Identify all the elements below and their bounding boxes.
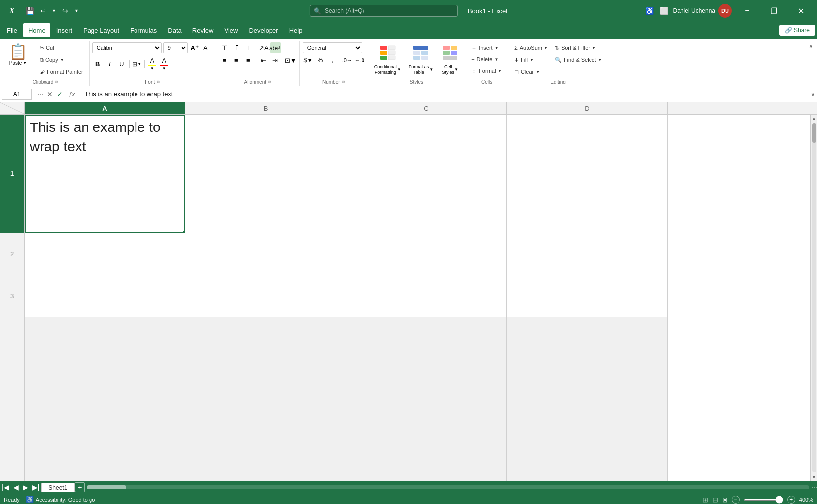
decrease-decimal-button[interactable]: ←.0: [354, 55, 365, 66]
menu-file[interactable]: File: [2, 23, 22, 37]
normal-view-button[interactable]: ⊞: [702, 496, 708, 504]
row-num-2[interactable]: 2: [0, 233, 24, 275]
align-top-button[interactable]: ⊤: [219, 42, 230, 53]
col-header-d[interactable]: D: [507, 102, 668, 114]
paste-button[interactable]: 📋 Paste ▼: [5, 42, 31, 68]
align-bottom-button[interactable]: ⊥: [243, 42, 254, 53]
sheet-nav-last[interactable]: ▶|: [30, 482, 42, 492]
col-header-a[interactable]: A: [25, 102, 185, 114]
cell-resize-handle[interactable]: [183, 231, 185, 233]
delete-cells-button[interactable]: − Delete ▼: [468, 54, 505, 65]
page-layout-view-button[interactable]: ⊟: [712, 496, 718, 504]
increase-font-button[interactable]: A⁺: [189, 42, 200, 53]
sheet-nav-prev[interactable]: ◀: [11, 482, 21, 492]
undo-button[interactable]: ↩: [39, 6, 47, 16]
menu-view[interactable]: View: [219, 23, 243, 37]
align-left-button[interactable]: ≡: [219, 55, 230, 66]
row-num-1[interactable]: 1: [0, 115, 24, 233]
formula-cancel-button[interactable]: ✕: [46, 89, 54, 99]
decrease-font-button[interactable]: A⁻: [202, 42, 213, 53]
menu-review[interactable]: Review: [187, 23, 219, 37]
increase-indent-button[interactable]: ⇥: [270, 55, 281, 66]
cell-d2[interactable]: [507, 233, 667, 275]
insert-function-button[interactable]: ƒx: [66, 89, 78, 99]
restore-button[interactable]: ❐: [763, 3, 785, 19]
highlight-color-button[interactable]: A ▼: [147, 56, 158, 72]
clear-button[interactable]: ◻ Clear ▼: [511, 66, 551, 77]
cut-button[interactable]: ✂ Cut: [37, 42, 86, 53]
align-middle-button[interactable]: ⊥̄: [231, 42, 242, 53]
h-scroll-thumb[interactable]: [87, 485, 126, 489]
zoom-in-button[interactable]: +: [787, 496, 795, 504]
zoom-slider[interactable]: [744, 499, 783, 501]
merge-center-button[interactable]: ⊡▼: [285, 55, 296, 66]
scroll-down-button[interactable]: ▼: [811, 473, 817, 481]
cell-a2[interactable]: [25, 233, 185, 275]
scroll-up-button[interactable]: ▲: [811, 115, 817, 122]
wrap-text-button[interactable]: ab↵: [270, 42, 281, 53]
formula-expand-button[interactable]: ⋯: [36, 90, 44, 99]
cell-c3[interactable]: [346, 275, 506, 317]
accessibility-button[interactable]: ♿: [644, 6, 655, 16]
alignment-label[interactable]: Alignment ⧉: [219, 78, 296, 86]
formula-expand-right-button[interactable]: ∨: [811, 91, 815, 98]
editing-label[interactable]: Editing: [511, 78, 605, 86]
sheet-nav-first[interactable]: |◀: [0, 482, 11, 492]
cell-b3[interactable]: [185, 275, 346, 317]
insert-cells-button[interactable]: ＋ Insert ▼: [468, 42, 505, 53]
autosum-button[interactable]: Σ AutoSum ▼: [511, 42, 551, 53]
close-button[interactable]: ✕: [789, 3, 812, 19]
menu-page-layout[interactable]: Page Layout: [78, 23, 124, 37]
vertical-scrollbar[interactable]: ▲ ▼: [810, 115, 817, 481]
align-right-button[interactable]: ≡: [243, 55, 254, 66]
cell-a1[interactable]: This is an example to wrap text: [25, 115, 185, 233]
redo-button[interactable]: ↪: [61, 6, 69, 16]
cell-styles-button[interactable]: CellStyles ▼: [438, 42, 462, 77]
fill-button[interactable]: ⬇ Fill ▼: [511, 54, 551, 65]
user-info[interactable]: Daniel Uchenna DU: [673, 4, 732, 18]
scroll-track[interactable]: [812, 123, 816, 472]
menu-home[interactable]: Home: [23, 23, 50, 37]
ribbon-display-options[interactable]: ⬜: [659, 6, 669, 16]
comma-button[interactable]: ,: [327, 55, 338, 66]
col-header-b[interactable]: B: [185, 102, 346, 114]
menu-insert[interactable]: Insert: [51, 23, 78, 37]
save-button[interactable]: 💾: [25, 6, 35, 16]
font-color-button[interactable]: A ▼: [159, 56, 170, 72]
cell-d1[interactable]: [507, 115, 667, 233]
cell-c2[interactable]: [346, 233, 506, 275]
collapse-ribbon-button[interactable]: ∧: [807, 42, 815, 50]
font-size-select[interactable]: 9: [163, 42, 188, 53]
italic-button[interactable]: I: [104, 59, 115, 70]
number-label[interactable]: Number ⧉: [303, 78, 365, 86]
conditional-formatting-button[interactable]: ConditionalFormatting ▼: [371, 42, 404, 77]
cell-c1[interactable]: [346, 115, 506, 233]
font-name-select[interactable]: Calibri: [92, 42, 162, 53]
cell-reference-box[interactable]: A1: [2, 89, 32, 100]
cell-a3[interactable]: [25, 275, 185, 317]
align-center-button[interactable]: ≡: [231, 55, 242, 66]
border-button[interactable]: ⊞ ▼: [132, 59, 142, 70]
underline-button[interactable]: U: [116, 59, 127, 70]
number-format-select[interactable]: General Number Currency Percentage: [303, 42, 362, 53]
cell-b1[interactable]: [185, 115, 346, 233]
currency-button[interactable]: $▼: [303, 55, 314, 66]
find-select-button[interactable]: 🔍 Find & Select ▼: [552, 54, 605, 65]
format-painter-button[interactable]: 🖌 Format Painter: [37, 66, 86, 77]
formula-input[interactable]: This is an example to wrap text: [82, 89, 809, 99]
minimize-button[interactable]: −: [736, 3, 759, 19]
scroll-thumb[interactable]: [812, 123, 816, 143]
quick-access-more[interactable]: ▼: [73, 7, 80, 14]
formula-confirm-button[interactable]: ✓: [56, 89, 64, 99]
decrease-indent-button[interactable]: ⇤: [258, 55, 269, 66]
format-cells-button[interactable]: ⋮ Format ▼: [468, 65, 505, 76]
col-header-c[interactable]: C: [346, 102, 507, 114]
cells-label[interactable]: Cells: [468, 78, 505, 86]
undo-arrow[interactable]: ▼: [51, 7, 57, 14]
sheet-options-button[interactable]: ⋯: [811, 484, 817, 491]
menu-formulas[interactable]: Formulas: [125, 23, 162, 37]
font-label[interactable]: Font ⧉: [92, 78, 213, 86]
copy-button[interactable]: ⧉ Copy ▼: [37, 54, 86, 65]
cell-d3[interactable]: [507, 275, 667, 317]
styles-label[interactable]: Styles: [371, 78, 462, 86]
